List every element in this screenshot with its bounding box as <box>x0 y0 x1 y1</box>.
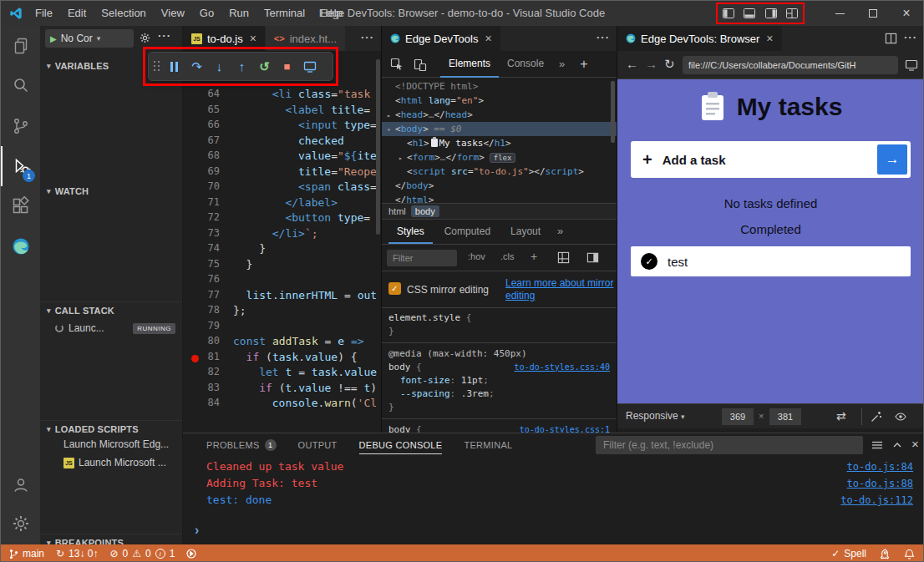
more-tabs-icon[interactable]: » <box>557 225 563 237</box>
line-number[interactable]: 75 <box>183 258 220 270</box>
step-out-button[interactable]: ↑ <box>231 56 252 78</box>
menu-terminal[interactable]: Terminal <box>256 1 312 26</box>
breadcrumb-html[interactable]: html <box>388 206 406 216</box>
step-into-button[interactable]: ↓ <box>209 56 230 78</box>
dom-tree-row[interactable]: ▸<head>…</head> <box>382 108 617 122</box>
line-number[interactable]: 77 <box>183 289 220 301</box>
loaded-script-item[interactable]: Launch Microsoft Edg... <box>63 438 169 450</box>
device-height-input[interactable] <box>769 408 801 425</box>
toggle-secondary-sidebar-icon[interactable] <box>764 7 778 20</box>
start-debug-icon[interactable]: ▶ <box>50 34 57 43</box>
sync-indicator[interactable]: ↻ 13↓ 0↑ <box>56 548 98 559</box>
wand-icon[interactable] <box>871 411 882 423</box>
line-number[interactable]: 70 <box>183 180 220 192</box>
dom-tree-row[interactable]: </html> <box>382 193 617 203</box>
line-number[interactable]: 64 <box>183 88 220 99</box>
back-icon[interactable]: ← <box>626 57 638 71</box>
line-number[interactable]: 76 <box>183 273 220 285</box>
maximize-panel-icon[interactable] <box>891 439 903 451</box>
line-number[interactable]: 84 <box>183 397 220 408</box>
stylesheet-link[interactable]: to-do-styles.css:1 <box>520 423 610 433</box>
run-and-debug-icon[interactable]: 1 <box>1 146 40 186</box>
menu-run[interactable]: Run <box>221 1 256 26</box>
source-link[interactable]: to-do.js:84 <box>847 461 913 473</box>
debug-config-dropdown[interactable]: ▶ No Cor ▾ <box>45 29 134 48</box>
dom-tree-row[interactable]: <!DOCTYPE html> <box>382 79 617 94</box>
forward-icon[interactable]: → <box>645 57 657 71</box>
menu-edit[interactable]: Edit <box>60 1 94 26</box>
new-style-rule-button[interactable]: + <box>531 250 537 263</box>
branch-indicator[interactable]: main <box>9 548 44 559</box>
line-number[interactable]: 67 <box>183 134 220 146</box>
line-number[interactable]: 71 <box>183 196 220 208</box>
close-tab-icon[interactable]: × <box>766 32 773 45</box>
line-number[interactable]: 69 <box>183 165 220 177</box>
watch-section-header[interactable]: ▾ WATCH <box>40 183 182 200</box>
line-number[interactable]: 66 <box>183 119 220 130</box>
menu-view[interactable]: View <box>154 1 192 26</box>
dom-tree-row[interactable]: <html lang="en"> <box>382 94 617 108</box>
console-filter-input[interactable] <box>596 436 863 454</box>
pause-button[interactable] <box>164 56 185 78</box>
source-link[interactable]: to-do.js:112 <box>840 494 913 506</box>
source-link[interactable]: to-do.js:88 <box>847 478 913 489</box>
sidebar-more-actions-icon[interactable]: ··· <box>158 29 171 42</box>
line-number[interactable]: 81 <box>183 351 220 362</box>
add-tab-icon[interactable]: + <box>580 57 587 72</box>
line-number[interactable]: 65 <box>183 104 220 115</box>
stylesheet-link[interactable]: to-do-styles.css:40 <box>515 361 610 374</box>
tree-scrollbar[interactable] <box>611 81 615 143</box>
toggle-hover-state-button[interactable]: :hov <box>468 251 485 261</box>
extensions-icon[interactable] <box>1 186 40 226</box>
loaded-script-item[interactable]: JS Launch Microsoft ... <box>63 457 166 468</box>
css-mirror-checkbox[interactable]: ✓ <box>388 282 401 295</box>
tab-index-html[interactable]: <> index.ht... <box>266 26 346 51</box>
restart-button[interactable]: ↺ <box>254 56 275 78</box>
screencast-button[interactable] <box>299 56 320 78</box>
tab-elements[interactable]: Elements <box>440 51 499 78</box>
line-number[interactable]: 73 <box>183 227 220 239</box>
line-number[interactable]: 79 <box>183 320 220 332</box>
rotate-device-icon[interactable]: ⇄ <box>836 409 846 423</box>
more-tabs-icon[interactable]: » <box>559 58 565 70</box>
tab-to-do-js[interactable]: JS to-do.js × <box>183 26 266 51</box>
tab-styles[interactable]: Styles <box>388 220 433 244</box>
line-number[interactable]: 72 <box>183 211 220 223</box>
editor-scrollbar[interactable] <box>376 59 380 235</box>
explorer-icon[interactable] <box>1 26 40 66</box>
line-number[interactable]: 80 <box>183 335 220 347</box>
edge-tools-icon[interactable] <box>1 226 40 266</box>
callstack-section-header[interactable]: ▾ CALL STACK <box>40 301 182 318</box>
minimize-button[interactable] <box>823 1 856 26</box>
flex-badge[interactable]: flex <box>490 153 516 163</box>
debug-settings-gear-icon[interactable] <box>139 32 151 44</box>
url-input[interactable] <box>683 56 898 74</box>
completed-task-row[interactable]: ✓ test <box>631 246 911 276</box>
line-number[interactable]: 83 <box>183 382 220 393</box>
task-done-icon[interactable]: ✓ <box>641 253 657 270</box>
dom-tree-row[interactable]: ▸<form>…</form>flex <box>382 150 617 165</box>
settings-gear-icon[interactable] <box>1 504 40 544</box>
tab-edge-devtools[interactable]: Edge DevTools × <box>382 26 501 51</box>
panel-more-actions-icon[interactable]: ··· <box>597 31 610 43</box>
tab-debug-console[interactable]: DEBUG CONSOLE <box>359 433 443 457</box>
line-number[interactable]: 74 <box>183 242 220 254</box>
close-button[interactable]: × <box>890 1 923 26</box>
source-control-icon[interactable] <box>1 106 40 146</box>
expand-arrow-icon[interactable]: ▸ <box>399 151 407 165</box>
split-editor-icon[interactable] <box>885 33 897 44</box>
search-icon[interactable] <box>1 66 40 106</box>
callstack-item[interactable]: Launc... RUNNING <box>40 319 182 337</box>
spell-checker-status[interactable]: ✓ Spell <box>831 548 866 559</box>
styles-filter-input[interactable] <box>387 250 457 266</box>
grid-overlay-icon[interactable] <box>557 251 570 264</box>
menu-selection[interactable]: Selection <box>94 1 153 26</box>
dom-tree-row[interactable]: ▾<body> == $0 <box>382 122 617 136</box>
step-over-button[interactable]: ↷ <box>186 56 207 78</box>
tab-output[interactable]: OUTPUT <box>298 433 338 457</box>
device-mode-dropdown[interactable]: Responsive ▾ <box>626 410 685 422</box>
tab-layout[interactable]: Layout <box>502 220 549 244</box>
toggle-class-button[interactable]: .cls <box>500 251 515 261</box>
close-tab-icon[interactable]: × <box>250 32 256 45</box>
device-width-input[interactable] <box>722 408 754 425</box>
